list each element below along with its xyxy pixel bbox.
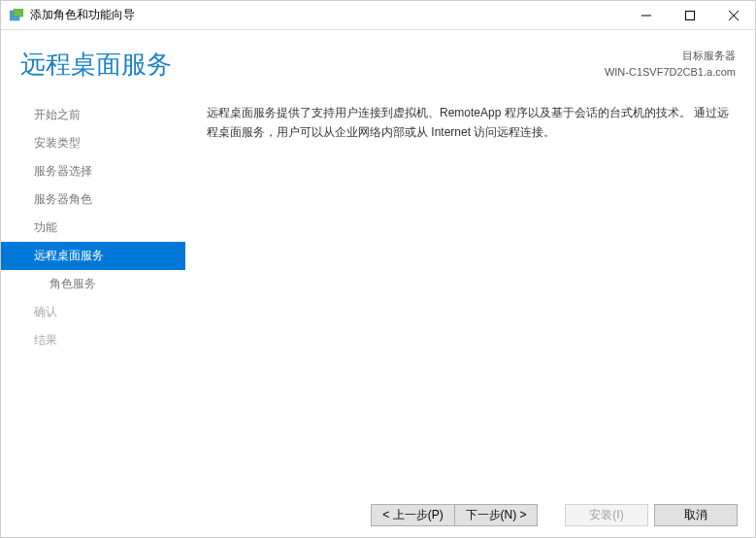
cancel-button[interactable]: 取消 [654,504,738,526]
previous-button[interactable]: < 上一步(P) [371,504,454,526]
sidebar: 开始之前 安装类型 服务器选择 服务器角色 功能 远程桌面服务 角色服务 确认 … [1,91,185,474]
sidebar-item-server-selection[interactable]: 服务器选择 [1,157,185,185]
minimize-button[interactable] [624,1,668,29]
description-text: 远程桌面服务提供了支持用户连接到虚拟机、RemoteApp 程序以及基于会话的台… [207,103,731,143]
sidebar-item-install-type[interactable]: 安装类型 [1,129,185,157]
svg-rect-1 [14,9,23,17]
server-info: 目标服务器 WIN-C1SVF7D2CB1.a.com [605,48,736,80]
app-icon [9,8,24,23]
content: 远程桌面服务提供了支持用户连接到虚拟机、RemoteApp 程序以及基于会话的台… [185,91,755,474]
close-button[interactable] [711,1,755,29]
maximize-button[interactable] [668,1,711,29]
server-label: 目标服务器 [605,48,736,64]
sidebar-item-features[interactable]: 功能 [1,214,185,242]
nav-button-group: < 上一步(P) 下一步(N) > [371,504,538,526]
window-title: 添加角色和功能向导 [30,7,624,23]
server-name: WIN-C1SVF7D2CB1.a.com [605,64,736,81]
next-button[interactable]: 下一步(N) > [454,504,538,526]
sidebar-item-before-begin[interactable]: 开始之前 [1,101,185,129]
sidebar-item-results: 结果 [1,326,185,354]
sidebar-item-confirm: 确认 [1,298,185,326]
main: 开始之前 安装类型 服务器选择 服务器角色 功能 远程桌面服务 角色服务 确认 … [1,91,755,474]
header: 远程桌面服务 目标服务器 WIN-C1SVF7D2CB1.a.com [1,30,755,91]
window-controls [624,1,755,29]
sidebar-item-server-roles[interactable]: 服务器角色 [1,185,185,214]
svg-rect-3 [685,11,694,19]
sidebar-item-role-services[interactable]: 角色服务 [1,270,185,298]
sidebar-item-remote-desktop-services[interactable]: 远程桌面服务 [1,242,185,270]
install-button: 安装(I) [565,504,648,526]
titlebar: 添加角色和功能向导 [1,1,755,30]
page-title: 远程桌面服务 [20,48,172,82]
footer: < 上一步(P) 下一步(N) > 安装(I) 取消 [1,492,755,537]
